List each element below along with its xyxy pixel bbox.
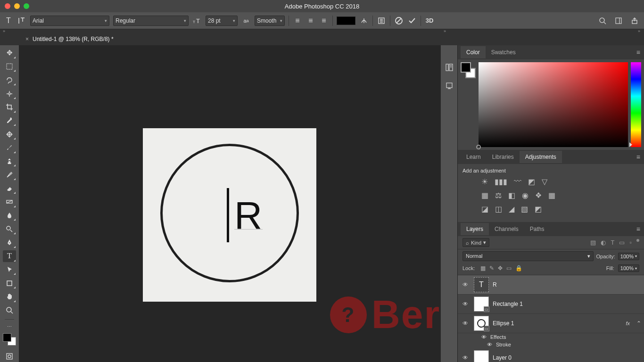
- tab-learn[interactable]: Learn: [461, 151, 487, 163]
- dodge-tool[interactable]: [3, 223, 16, 235]
- filter-toggle[interactable]: [636, 239, 639, 242]
- close-window-button[interactable]: [5, 3, 10, 9]
- layer-effects-row[interactable]: 👁 Effects: [458, 333, 644, 341]
- hue-slider[interactable]: [631, 62, 641, 147]
- expand-chevron-icon[interactable]: »: [444, 29, 446, 33]
- channel-mixer-icon[interactable]: ❖: [535, 191, 542, 200]
- gradient-tool[interactable]: [3, 196, 16, 208]
- curves-icon[interactable]: 〰: [514, 177, 521, 186]
- tab-swatches[interactable]: Swatches: [486, 46, 521, 58]
- color-fgbg-swatches[interactable]: [461, 62, 476, 147]
- foreground-color[interactable]: [3, 333, 11, 342]
- blend-mode-select[interactable]: Normal ▾: [462, 251, 594, 261]
- warp-text-icon[interactable]: [359, 16, 369, 25]
- hand-tool[interactable]: [3, 291, 16, 303]
- layer-row[interactable]: 👁 T R: [458, 275, 644, 295]
- visibility-icon[interactable]: 👁: [487, 342, 492, 347]
- share-icon[interactable]: [630, 16, 639, 25]
- healing-tool[interactable]: [3, 128, 16, 140]
- font-size-select[interactable]: 28 pt▾: [206, 16, 238, 26]
- posterize-icon[interactable]: ◫: [495, 205, 502, 214]
- crop-tool[interactable]: [3, 101, 16, 113]
- marquee-tool[interactable]: [3, 61, 16, 73]
- tab-libraries[interactable]: Libraries: [487, 151, 520, 163]
- layer-thumbnail[interactable]: ▭: [474, 316, 489, 331]
- filter-pixel-icon[interactable]: ▧: [590, 239, 596, 246]
- pen-tool[interactable]: [3, 237, 16, 248]
- character-panel-icon[interactable]: [377, 16, 386, 25]
- search-icon[interactable]: [598, 16, 607, 25]
- minimize-window-button[interactable]: [14, 3, 20, 9]
- close-tab-icon[interactable]: ×: [25, 36, 29, 42]
- lock-transparency-icon[interactable]: ▦: [480, 265, 486, 272]
- eraser-tool[interactable]: [3, 182, 16, 194]
- visibility-icon[interactable]: 👁: [461, 301, 470, 307]
- levels-icon[interactable]: ▮▮▮: [495, 177, 507, 186]
- opacity-input[interactable]: 100% ▾: [618, 253, 639, 260]
- panel-menu-icon[interactable]: ≡: [636, 49, 640, 56]
- commit-icon[interactable]: [407, 16, 417, 25]
- font-style-select[interactable]: Regular▾: [113, 16, 189, 26]
- anti-alias-select[interactable]: Smooth▾: [255, 16, 285, 26]
- color-lookup-icon[interactable]: ▦: [548, 191, 555, 200]
- layer-row[interactable]: 👁 ▭ Rectangle 1: [458, 295, 644, 314]
- cancel-icon[interactable]: [394, 16, 404, 25]
- lock-all-icon[interactable]: 🔒: [515, 265, 522, 272]
- quick-mask-icon[interactable]: [3, 350, 16, 362]
- exposure-icon[interactable]: ◩: [528, 177, 535, 186]
- quick-select-tool[interactable]: [3, 88, 16, 99]
- tab-adjustments[interactable]: Adjustments: [520, 151, 562, 163]
- gradient-map-icon[interactable]: ▧: [521, 205, 528, 214]
- layer-row[interactable]: 👁 ▭ Ellipse 1 fx ⌃: [458, 314, 644, 333]
- align-center-icon[interactable]: ≡: [306, 16, 315, 25]
- tab-color[interactable]: Color: [461, 46, 486, 58]
- text-orientation-icon[interactable]: [17, 16, 26, 25]
- filter-shape-icon[interactable]: ▭: [619, 239, 625, 246]
- visibility-icon[interactable]: 👁: [461, 320, 470, 327]
- layer-row[interactable]: 👁 Layer 0: [458, 348, 644, 362]
- clone-stamp-tool[interactable]: [3, 156, 16, 167]
- document-tab[interactable]: × Untitled-1 @ 138% (R, RGB/8) *: [20, 33, 119, 45]
- tab-layers[interactable]: Layers: [461, 223, 489, 235]
- visibility-icon[interactable]: 👁: [461, 354, 470, 361]
- layer-filter-kind[interactable]: ⌕ Kind ▾: [462, 238, 489, 247]
- color-field[interactable]: [479, 62, 628, 147]
- lock-pixels-icon[interactable]: ✎: [489, 265, 494, 272]
- canvas-area[interactable]: R ? Berakal.com: [19, 45, 440, 362]
- expand-chevron-icon[interactable]: »: [638, 29, 640, 33]
- layer-thumbnail[interactable]: [474, 350, 489, 362]
- font-family-select[interactable]: Arial▾: [30, 16, 109, 26]
- threshold-icon[interactable]: ◢: [509, 205, 514, 214]
- document-canvas[interactable]: R: [143, 128, 316, 302]
- eyedropper-tool[interactable]: [3, 115, 16, 127]
- workspace-icon[interactable]: [614, 16, 623, 25]
- chevron-up-icon[interactable]: ⌃: [636, 320, 641, 327]
- filter-smart-icon[interactable]: ▫: [629, 239, 632, 246]
- lasso-tool[interactable]: [3, 74, 16, 86]
- type-tool[interactable]: T: [3, 250, 16, 262]
- hue-caret[interactable]: [629, 142, 632, 147]
- zoom-tool[interactable]: [3, 304, 16, 316]
- tab-channels[interactable]: Channels: [489, 223, 524, 235]
- fill-input[interactable]: 100% ▾: [618, 264, 639, 272]
- invert-icon[interactable]: ◪: [481, 205, 488, 214]
- panel-menu-icon[interactable]: ≡: [636, 153, 640, 161]
- filter-adjust-icon[interactable]: ◐: [601, 239, 606, 246]
- layer-fx-badge[interactable]: fx: [626, 321, 630, 326]
- expand-chevron-icon[interactable]: »: [3, 29, 5, 33]
- layer-thumbnail[interactable]: ▭: [474, 296, 489, 312]
- panel-menu-icon[interactable]: ≡: [636, 225, 640, 233]
- layer-effect-stroke[interactable]: 👁 Stroke: [458, 341, 644, 348]
- foreground-background-colors[interactable]: [3, 333, 16, 346]
- hue-sat-icon[interactable]: ▦: [481, 191, 488, 200]
- history-brush-tool[interactable]: [3, 169, 16, 181]
- tab-paths[interactable]: Paths: [524, 223, 550, 235]
- lock-artboard-icon[interactable]: ▭: [506, 265, 512, 272]
- path-select-tool[interactable]: [3, 264, 16, 276]
- move-tool[interactable]: ✥: [3, 47, 16, 59]
- brush-tool[interactable]: [3, 142, 16, 154]
- 3d-button[interactable]: 3D: [425, 16, 434, 25]
- color-balance-icon[interactable]: ⚖: [495, 191, 502, 200]
- vibrance-icon[interactable]: ▽: [542, 177, 547, 186]
- edit-toolbar-icon[interactable]: ⋯: [3, 323, 16, 330]
